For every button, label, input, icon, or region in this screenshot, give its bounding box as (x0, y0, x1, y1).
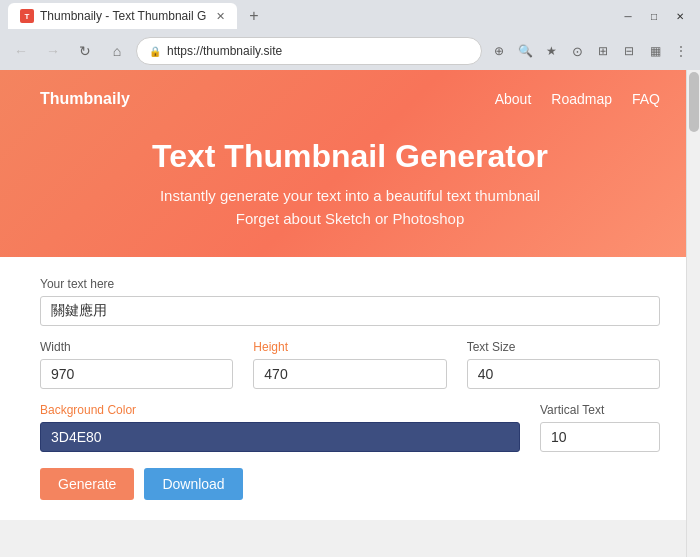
nav-links: About Roadmap FAQ (495, 91, 660, 107)
chrome-icon[interactable]: ⊙ (566, 40, 588, 62)
calendar-icon[interactable]: ▦ (644, 40, 666, 62)
color-row: Background Color Vartical Text (40, 403, 660, 452)
textsize-field: Text Size (467, 340, 660, 389)
title-bar: T Thumbnaily - Text Thumbnail G ✕ + ─ □ … (0, 0, 700, 32)
dimensions-row: Width Height Text Size (40, 340, 660, 389)
cast-icon[interactable]: ⊞ (592, 40, 614, 62)
height-label: Height (253, 340, 446, 354)
vtext-label: Vartical Text (540, 403, 660, 417)
height-field: Height (253, 340, 446, 389)
bgcolor-label: Background Color (40, 403, 520, 417)
back-button[interactable]: ← (8, 38, 34, 64)
bgcolor-field: Background Color (40, 403, 520, 452)
apps-icon[interactable]: ⊟ (618, 40, 640, 62)
window-controls: ─ □ ✕ (616, 6, 692, 26)
site-logo: Thumbnaily (40, 90, 130, 108)
hero-subtitle: Instantly generate your text into a beau… (40, 187, 660, 204)
text-input[interactable] (40, 296, 660, 326)
tab-close-button[interactable]: ✕ (216, 10, 225, 23)
forward-button[interactable]: → (40, 38, 66, 64)
vtext-input[interactable] (540, 422, 660, 452)
close-button[interactable]: ✕ (668, 6, 692, 26)
translate-icon[interactable]: ⊕ (488, 40, 510, 62)
height-input[interactable] (253, 359, 446, 389)
bookmark-icon[interactable]: ★ (540, 40, 562, 62)
textsize-input[interactable] (467, 359, 660, 389)
browser-tab[interactable]: T Thumbnaily - Text Thumbnail G ✕ (8, 3, 237, 29)
website-content: Thumbnaily About Roadmap FAQ Text Thumbn… (0, 70, 700, 520)
minimize-button[interactable]: ─ (616, 6, 640, 26)
url-bar[interactable]: 🔒 https://thumbnaily.site (136, 37, 482, 65)
search-icon[interactable]: 🔍 (514, 40, 536, 62)
width-label: Width (40, 340, 233, 354)
new-tab-button[interactable]: + (243, 5, 264, 27)
form-section: Your text here Width Height Text Size (0, 257, 700, 520)
nav-about[interactable]: About (495, 91, 532, 107)
download-button[interactable]: Download (144, 468, 242, 500)
actions-row: Generate Download (40, 468, 660, 500)
generate-button[interactable]: Generate (40, 468, 134, 500)
home-button[interactable]: ⌂ (104, 38, 130, 64)
nav-roadmap[interactable]: Roadmap (551, 91, 612, 107)
site-nav: Thumbnaily About Roadmap FAQ (40, 90, 660, 108)
vtext-field: Vartical Text (540, 403, 660, 452)
width-field: Width (40, 340, 233, 389)
tab-title: Thumbnaily - Text Thumbnail G (40, 9, 206, 23)
reload-button[interactable]: ↻ (72, 38, 98, 64)
width-input[interactable] (40, 359, 233, 389)
textsize-label: Text Size (467, 340, 660, 354)
browser-toolbar-icons: ⊕ 🔍 ★ ⊙ ⊞ ⊟ ▦ ⋮ (488, 40, 692, 62)
scrollbar-thumb[interactable] (689, 72, 699, 132)
menu-icon[interactable]: ⋮ (670, 40, 692, 62)
bgcolor-input[interactable] (40, 422, 520, 452)
text-label: Your text here (40, 277, 660, 291)
hero-sub2: Forget about Sketch or Photoshop (40, 210, 660, 227)
tab-favicon: T (20, 9, 34, 23)
hero-section: Thumbnaily About Roadmap FAQ Text Thumbn… (0, 70, 700, 257)
scrollbar[interactable] (686, 70, 700, 557)
lock-icon: 🔒 (149, 46, 161, 57)
url-text: https://thumbnaily.site (167, 44, 469, 58)
maximize-button[interactable]: □ (642, 6, 666, 26)
hero-title: Text Thumbnail Generator (40, 138, 660, 175)
nav-faq[interactable]: FAQ (632, 91, 660, 107)
address-bar: ← → ↻ ⌂ 🔒 https://thumbnaily.site ⊕ 🔍 ★ … (0, 32, 700, 70)
